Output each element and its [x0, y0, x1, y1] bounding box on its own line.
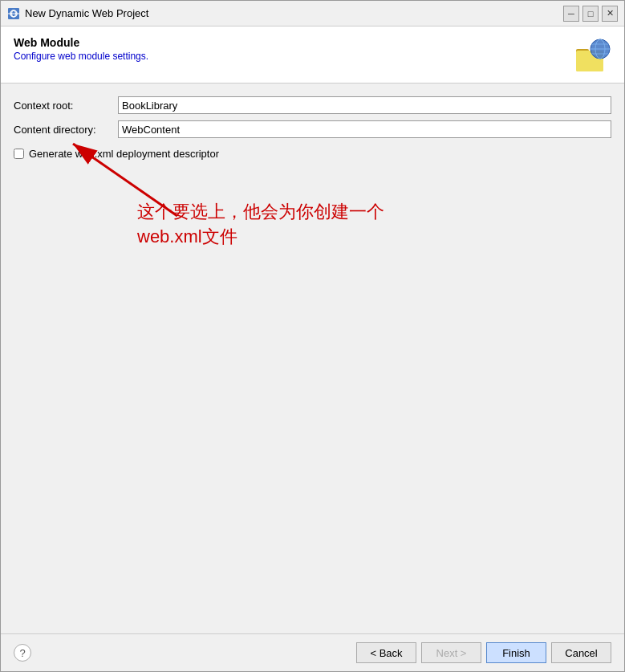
- content-directory-label: Content directory:: [14, 124, 118, 136]
- annotation-line2: web.xml文件: [137, 225, 384, 250]
- content-directory-input[interactable]: [118, 120, 611, 138]
- help-button[interactable]: ?: [14, 644, 31, 662]
- finish-button[interactable]: Finish: [486, 642, 546, 663]
- header-subtitle: Configure web module settings.: [14, 51, 148, 62]
- header-section: Web Module Configure web module settings…: [1, 26, 624, 83]
- back-button[interactable]: < Back: [356, 642, 416, 663]
- context-root-input[interactable]: [118, 96, 611, 114]
- content-directory-row: Content directory:: [14, 120, 611, 138]
- annotation-arrow: [49, 128, 209, 224]
- maximize-button[interactable]: □: [582, 6, 599, 22]
- generate-webxml-checkbox[interactable]: [14, 149, 24, 159]
- annotation-text: 这个要选上，他会为你创建一个 web.xml文件: [137, 200, 384, 250]
- cancel-button[interactable]: Cancel: [551, 642, 611, 663]
- context-root-label: Context root:: [14, 100, 118, 112]
- next-button[interactable]: Next >: [421, 642, 481, 663]
- title-bar: New Dynamic Web Project ─ □ ✕: [1, 1, 624, 26]
- annotation-container: 这个要选上，他会为你创建一个 web.xml文件: [49, 128, 209, 226]
- annotation-line1: 这个要选上，他会为你创建一个: [137, 200, 384, 225]
- window-controls: ─ □ ✕: [563, 6, 618, 22]
- globe-folder-icon: [573, 36, 611, 75]
- header-text: Web Module Configure web module settings…: [14, 36, 148, 62]
- footer-section: ? < Back Next > Finish Cancel: [1, 633, 624, 671]
- header-title: Web Module: [14, 36, 148, 49]
- checkbox-row: Generate web.xml deployment descriptor: [14, 148, 611, 160]
- window-icon: [7, 7, 20, 20]
- footer-left: ?: [14, 644, 31, 662]
- main-area: Context root: Content directory: Generat…: [1, 83, 624, 633]
- dialog-window: New Dynamic Web Project ─ □ ✕ Web Module…: [0, 0, 625, 672]
- minimize-button[interactable]: ─: [563, 6, 579, 22]
- context-root-row: Context root:: [14, 96, 611, 114]
- checkbox-label: Generate web.xml deployment descriptor: [29, 148, 219, 160]
- close-button[interactable]: ✕: [602, 6, 618, 22]
- window-title: New Dynamic Web Project: [25, 7, 563, 19]
- footer-right: < Back Next > Finish Cancel: [356, 642, 611, 663]
